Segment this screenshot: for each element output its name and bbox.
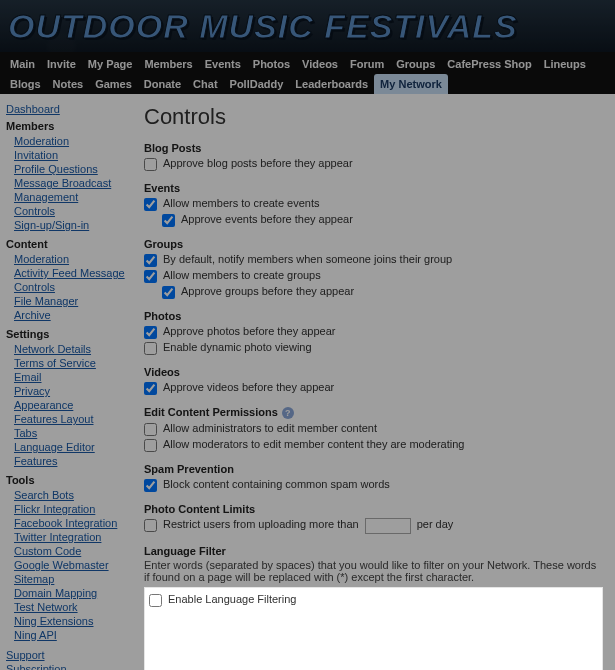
photo-limit-input[interactable]: [365, 518, 411, 534]
option-row[interactable]: Allow members to create groups: [144, 268, 603, 284]
sidebar-item-custom-code[interactable]: Custom Code: [6, 544, 126, 558]
sidebar-item-language-editor[interactable]: Language Editor: [6, 440, 126, 454]
section-edit-permissions: Edit Content PermissionsAllow administra…: [144, 406, 603, 453]
option-checkbox[interactable]: [162, 286, 175, 299]
main-content: Controls Blog PostsApprove blog posts be…: [132, 94, 615, 670]
sidebar-item-domain-mapping[interactable]: Domain Mapping: [6, 586, 126, 600]
nav-events[interactable]: Events: [199, 54, 247, 74]
sidebar-item-controls[interactable]: Controls: [6, 204, 126, 218]
section-groups: GroupsBy default, notify members when so…: [144, 238, 603, 300]
sidebar-item-appearance[interactable]: Appearance: [6, 398, 126, 412]
sidebar-item-invitation[interactable]: Invitation: [6, 148, 126, 162]
sidebar-item-moderation[interactable]: Moderation: [6, 252, 126, 266]
sidebar-item-management[interactable]: Management: [6, 190, 126, 204]
option-checkbox[interactable]: [144, 326, 157, 339]
nav-polldaddy[interactable]: PollDaddy: [224, 74, 290, 94]
sidebar-item-twitter-integration[interactable]: Twitter Integration: [6, 530, 126, 544]
sidebar-item-privacy[interactable]: Privacy: [6, 384, 126, 398]
site-banner: OUTDOOR MUSIC FESTIVALS: [0, 0, 615, 52]
option-row[interactable]: Approve videos before they appear: [144, 380, 603, 396]
option-checkbox[interactable]: [144, 342, 157, 355]
option-checkbox[interactable]: [144, 158, 157, 171]
sidebar-item-profile-questions[interactable]: Profile Questions: [6, 162, 126, 176]
section-spam: Spam PreventionBlock content containing …: [144, 463, 603, 493]
nav-videos[interactable]: Videos: [296, 54, 344, 74]
option-checkbox[interactable]: [144, 479, 157, 492]
sidebar-item-message-broadcast[interactable]: Message Broadcast: [6, 176, 126, 190]
sidebar-item-search-bots[interactable]: Search Bots: [6, 488, 126, 502]
section-language-filter: Language Filter Enter words (separated b…: [144, 545, 603, 670]
section-blog-posts: Blog PostsApprove blog posts before they…: [144, 142, 603, 172]
option-row[interactable]: Approve photos before they appear: [144, 324, 603, 340]
sidebar-item-test-network[interactable]: Test Network: [6, 600, 126, 614]
option-checkbox[interactable]: [144, 439, 157, 452]
option-checkbox[interactable]: [162, 214, 175, 227]
nav-leaderboards[interactable]: Leaderboards: [289, 74, 374, 94]
sidebar-heading-content: Content: [6, 238, 126, 250]
nav-main[interactable]: Main: [4, 54, 41, 74]
sidebar-heading-settings: Settings: [6, 328, 126, 340]
sidebar-item-terms-of-service[interactable]: Terms of Service: [6, 356, 126, 370]
sidebar-item-ning-api[interactable]: Ning API: [6, 628, 126, 642]
option-checkbox[interactable]: [144, 382, 157, 395]
sidebar-heading-tools: Tools: [6, 474, 126, 486]
page-title: Controls: [144, 104, 603, 130]
nav-notes[interactable]: Notes: [47, 74, 90, 94]
nav-donate[interactable]: Donate: [138, 74, 187, 94]
nav-lineups[interactable]: Lineups: [538, 54, 592, 74]
nav-blogs[interactable]: Blogs: [4, 74, 47, 94]
nav-photos[interactable]: Photos: [247, 54, 296, 74]
nav-forum[interactable]: Forum: [344, 54, 390, 74]
language-filter-desc: Enter words (separated by spaces) that y…: [144, 559, 603, 583]
sidebar-dashboard[interactable]: Dashboard: [6, 102, 126, 116]
nav-games[interactable]: Games: [89, 74, 138, 94]
nav-cafepress-shop[interactable]: CafePress Shop: [441, 54, 537, 74]
sidebar-item-moderation[interactable]: Moderation: [6, 134, 126, 148]
photo-limit-pre: Restrict users from uploading more than: [163, 518, 359, 530]
photo-limit-checkbox[interactable]: [144, 519, 157, 532]
option-row[interactable]: Allow moderators to edit member content …: [144, 437, 603, 453]
sidebar-item-facebook-integration[interactable]: Facebook Integration: [6, 516, 126, 530]
sidebar-item-features[interactable]: Features: [6, 454, 126, 468]
sidebar-item-activity-feed-message[interactable]: Activity Feed Message: [6, 266, 126, 280]
nav-invite[interactable]: Invite: [41, 54, 82, 74]
sidebar-support[interactable]: Support: [6, 648, 126, 662]
option-row[interactable]: Allow administrators to edit member cont…: [144, 421, 603, 437]
sidebar-item-archive[interactable]: Archive: [6, 308, 126, 322]
option-row[interactable]: Allow members to create events: [144, 196, 603, 212]
sidebar-item-features-layout[interactable]: Features Layout: [6, 412, 126, 426]
sidebar-item-tabs[interactable]: Tabs: [6, 426, 126, 440]
option-checkbox[interactable]: [144, 423, 157, 436]
option-row[interactable]: Approve groups before they appear: [144, 284, 603, 300]
sidebar-item-flickr-integration[interactable]: Flickr Integration: [6, 502, 126, 516]
option-checkbox[interactable]: [144, 198, 157, 211]
nav-groups[interactable]: Groups: [390, 54, 441, 74]
option-row[interactable]: By default, notify members when someone …: [144, 252, 603, 268]
sidebar-item-file-manager[interactable]: File Manager: [6, 294, 126, 308]
nav-members[interactable]: Members: [138, 54, 198, 74]
option-row[interactable]: Enable dynamic photo viewing: [144, 340, 603, 356]
sidebar-subscription[interactable]: Subscription: [6, 662, 126, 670]
nav-my-page[interactable]: My Page: [82, 54, 139, 74]
option-checkbox[interactable]: [144, 254, 157, 267]
photo-limit-row[interactable]: Restrict users from uploading more than …: [144, 517, 603, 535]
enable-language-filtering-checkbox[interactable]: [149, 594, 162, 607]
sidebar-item-ning-extensions[interactable]: Ning Extensions: [6, 614, 126, 628]
sidebar-item-sign-up-sign-in[interactable]: Sign-up/Sign-in: [6, 218, 126, 232]
nav-my-network[interactable]: My Network: [374, 74, 448, 94]
option-row[interactable]: Block content containing common spam wor…: [144, 477, 603, 493]
sidebar-item-controls[interactable]: Controls: [6, 280, 126, 294]
option-checkbox[interactable]: [144, 270, 157, 283]
sidebar-item-network-details[interactable]: Network Details: [6, 342, 126, 356]
language-filter-textarea[interactable]: [149, 612, 598, 670]
section-photos: PhotosApprove photos before they appearE…: [144, 310, 603, 356]
nav-chat[interactable]: Chat: [187, 74, 223, 94]
enable-language-filtering-row[interactable]: Enable Language Filtering: [149, 592, 598, 608]
sidebar-item-email[interactable]: Email: [6, 370, 126, 384]
sidebar-heading-members: Members: [6, 120, 126, 132]
sidebar-item-sitemap[interactable]: Sitemap: [6, 572, 126, 586]
photo-limit-post: per day: [417, 518, 454, 530]
sidebar-item-google-webmaster[interactable]: Google Webmaster: [6, 558, 126, 572]
option-row[interactable]: Approve blog posts before they appear: [144, 156, 603, 172]
option-row[interactable]: Approve events before they appear: [144, 212, 603, 228]
